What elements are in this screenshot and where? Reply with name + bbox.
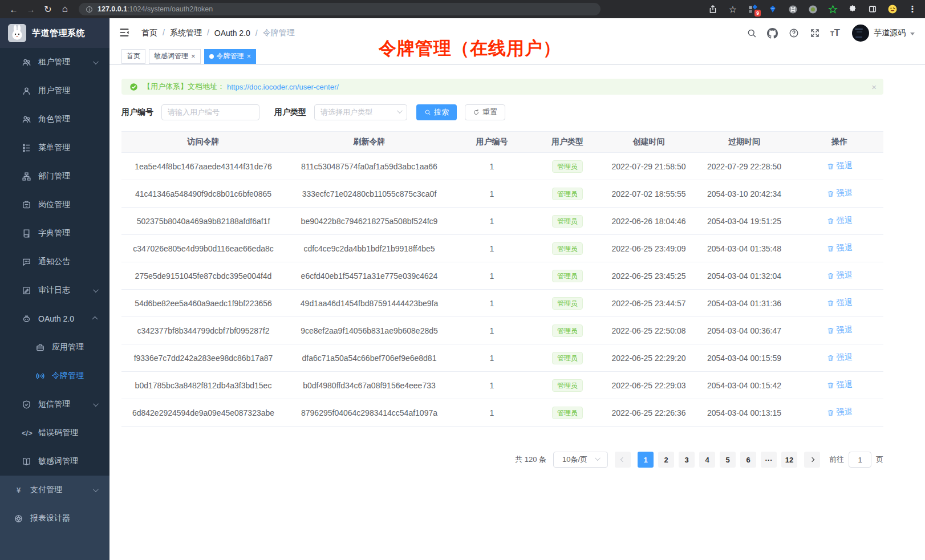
- sidebar-item[interactable]: ¥ 支付管理: [0, 476, 109, 504]
- close-icon[interactable]: [247, 52, 251, 60]
- chevron-icon: [92, 316, 98, 322]
- sidebar-item[interactable]: 字典管理: [0, 219, 109, 247]
- search-icon[interactable]: [746, 27, 757, 39]
- browser-home-icon[interactable]: [58, 2, 72, 16]
- sidebar-item[interactable]: 敏感词管理: [0, 447, 109, 476]
- bookmark-star-icon[interactable]: [727, 3, 739, 15]
- page-button[interactable]: 2: [658, 452, 674, 468]
- goto-page-input[interactable]: [849, 452, 871, 468]
- force-logout-button[interactable]: 强退: [827, 407, 853, 417]
- sidebar-item[interactable]: </> 错误码管理: [0, 419, 109, 447]
- sidebar-item[interactable]: 通知公告: [0, 247, 109, 276]
- extensions-puzzle-icon[interactable]: [847, 3, 858, 15]
- view-tab[interactable]: 首页: [121, 49, 145, 64]
- app-logo-row[interactable]: 芋道管理系统: [0, 18, 109, 48]
- browser-reload-icon[interactable]: [41, 2, 55, 16]
- user-type-cell: 管理员: [530, 290, 605, 317]
- sidebar-item[interactable]: 令牌管理: [0, 362, 109, 390]
- refresh-token-cell: 9ce8ef2aa9f14056b831ae9b608e28d5: [285, 317, 453, 344]
- user-type-select[interactable]: 请选择用户类型: [314, 104, 407, 120]
- help-icon[interactable]: [788, 27, 800, 39]
- sidebar-item[interactable]: 短信管理: [0, 390, 109, 419]
- page-button[interactable]: 3: [679, 452, 695, 468]
- fullscreen-icon[interactable]: [809, 27, 821, 39]
- next-page-button[interactable]: [804, 452, 820, 468]
- reset-button[interactable]: 重置: [465, 104, 505, 120]
- force-logout-button[interactable]: 强退: [827, 298, 853, 308]
- page-button[interactable]: 12: [781, 452, 797, 468]
- table-header-cell: 刷新令牌: [285, 132, 453, 153]
- refresh-token-cell: 333ecfc71e02480cb11055c875c3ca0f: [285, 180, 453, 208]
- extension-green-star-icon[interactable]: [827, 3, 838, 15]
- extension-gem-icon[interactable]: [767, 3, 778, 15]
- force-logout-label: 强退: [837, 407, 853, 417]
- sidebar-item[interactable]: 报表设计器: [0, 504, 109, 533]
- extension-green-dot-icon[interactable]: [807, 3, 818, 15]
- browser-menu-icon[interactable]: [907, 3, 918, 15]
- user-menu[interactable]: 芋道源码: [852, 25, 915, 42]
- sidebar-item[interactable]: 审计日志: [0, 276, 109, 305]
- sidebar-item-label: 字典管理: [38, 228, 70, 238]
- view-tab[interactable]: 令牌管理: [204, 49, 257, 64]
- force-logout-label: 强退: [837, 325, 853, 335]
- alert-close-icon[interactable]: [871, 82, 877, 92]
- sidebar-item[interactable]: OAuth 2.0: [0, 305, 109, 333]
- force-logout-button[interactable]: 强退: [827, 352, 853, 363]
- force-logout-button[interactable]: 强退: [827, 325, 853, 335]
- side-panel-icon[interactable]: [867, 3, 878, 15]
- search-button[interactable]: 搜索: [416, 104, 457, 120]
- user-id-input[interactable]: 请输入用户编号: [161, 104, 259, 120]
- force-logout-button[interactable]: 强退: [827, 243, 853, 253]
- sidebar-item-label: 审计日志: [38, 285, 70, 295]
- page-buttons: 123456···12: [638, 452, 797, 468]
- sidebar-item-label: 令牌管理: [52, 371, 84, 381]
- breadcrumb-item[interactable]: 系统管理: [170, 28, 214, 38]
- user-type-placeholder: 请选择用户类型: [320, 107, 372, 117]
- table-row: 275e5de9151045fe87cbdc395e004f4d e6cfd40…: [121, 262, 883, 290]
- breadcrumb-item[interactable]: OAuth 2.0: [214, 29, 263, 38]
- expires-at-cell: 2054-03-04 00:36:47: [693, 317, 796, 344]
- browser-back-icon[interactable]: [7, 2, 21, 16]
- breadcrumb-item[interactable]: 令牌管理: [263, 28, 305, 38]
- sidebar-item[interactable]: 应用管理: [0, 333, 109, 362]
- prev-page-button[interactable]: [615, 452, 631, 468]
- close-icon[interactable]: [191, 52, 196, 60]
- page-button[interactable]: 1: [638, 452, 654, 468]
- page-button[interactable]: 5: [720, 452, 736, 468]
- sidebar-fold-icon[interactable]: [119, 27, 131, 39]
- sidebar-item-label: 短信管理: [38, 399, 70, 409]
- sidebar-item[interactable]: 角色管理: [0, 105, 109, 133]
- table-header-cell: 创建时间: [605, 132, 693, 153]
- profile-emoji-icon[interactable]: [887, 3, 898, 15]
- github-icon[interactable]: [767, 27, 778, 39]
- address-bar[interactable]: 127.0.0.1:1024/system/oauth2/token: [79, 3, 601, 15]
- sidebar-item[interactable]: 部门管理: [0, 162, 109, 190]
- sidebar-item[interactable]: 岗位管理: [0, 190, 109, 219]
- sidebar-item[interactable]: 用户管理: [0, 76, 109, 105]
- breadcrumb-item[interactable]: 首页: [141, 28, 170, 38]
- force-logout-button[interactable]: 强退: [827, 270, 853, 281]
- page-button[interactable]: ···: [761, 452, 777, 468]
- force-logout-button[interactable]: 强退: [827, 161, 853, 171]
- extension-command-icon[interactable]: [787, 3, 798, 15]
- browser-forward-icon[interactable]: [24, 2, 38, 16]
- sidebar-item-label: OAuth 2.0: [38, 314, 74, 323]
- force-logout-button[interactable]: 强退: [827, 188, 853, 198]
- alert-doc-link[interactable]: https://doc.iocoder.cn/user-center/: [227, 83, 339, 91]
- sidebar-item-label: 错误码管理: [38, 428, 78, 438]
- sidebar-item-icon: [22, 286, 31, 295]
- page-button[interactable]: 4: [699, 452, 715, 468]
- sidebar-item[interactable]: 菜单管理: [0, 133, 109, 162]
- page-size-select[interactable]: 10条/页: [553, 452, 608, 468]
- force-logout-button[interactable]: 强退: [827, 380, 853, 390]
- view-tab[interactable]: 敏感词管理: [149, 49, 201, 64]
- share-icon[interactable]: [707, 3, 719, 15]
- force-logout-button[interactable]: 强退: [827, 216, 853, 226]
- page-button[interactable]: 6: [740, 452, 756, 468]
- actions-cell: 强退: [796, 290, 883, 317]
- sidebar-item[interactable]: 租户管理: [0, 48, 109, 76]
- sidebar-menu: 租户管理 用户管理 角色管理: [0, 48, 109, 560]
- extension-grid-icon[interactable]: 9: [747, 3, 758, 15]
- site-info-icon[interactable]: [86, 6, 93, 13]
- font-size-icon[interactable]: TT: [830, 27, 840, 39]
